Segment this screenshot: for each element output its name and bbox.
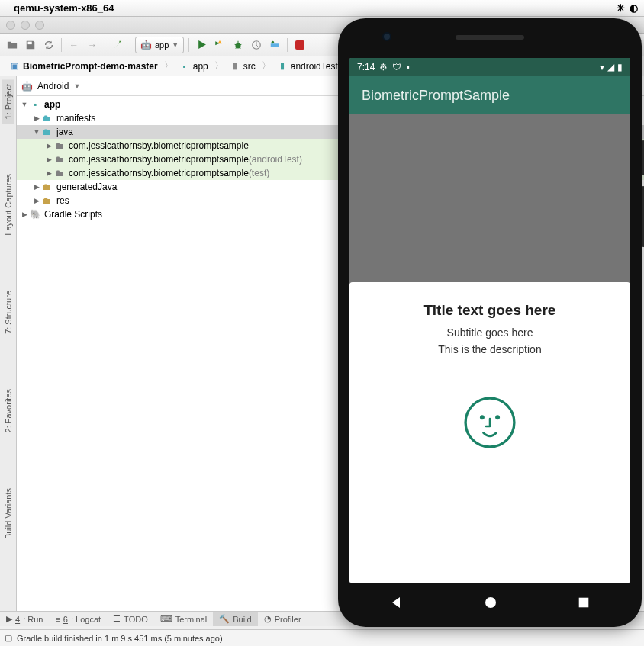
minimize-window-icon[interactable] xyxy=(21,21,30,30)
left-tool-gutter: 1: Project Layout Captures 7: Structure … xyxy=(0,76,17,626)
svg-rect-9 xyxy=(579,598,589,608)
project-icon: ▣ xyxy=(9,61,20,72)
crumb-label: androidTest xyxy=(291,61,338,72)
run-button[interactable] xyxy=(194,37,209,53)
svg-point-7 xyxy=(495,415,500,419)
status-time: 7:14 xyxy=(357,62,375,72)
biometric-prompt-dialog: Title text goes here Subtitle goes here … xyxy=(349,282,630,583)
zoom-window-icon[interactable] xyxy=(35,21,44,30)
crumb-label: app xyxy=(193,61,208,72)
stop-button[interactable] xyxy=(292,37,308,53)
dialog-title: Title text goes here xyxy=(424,302,556,319)
crumb-src[interactable]: ▮ src xyxy=(225,59,260,73)
tool-tab-favorites[interactable]: 2: Favorites xyxy=(2,384,14,437)
tool-tab-structure[interactable]: 7: Structure xyxy=(2,286,14,339)
android-nav-bar xyxy=(349,586,630,619)
dialog-subtitle: Subtitle goes here xyxy=(447,326,533,339)
tool-tab-project[interactable]: 1: Project xyxy=(2,79,14,124)
chevron-right-icon: 〉 xyxy=(262,59,271,72)
chevron-right-icon: 〉 xyxy=(164,59,173,72)
android-icon: 🤖 xyxy=(140,40,152,50)
app-icon: ▪ xyxy=(406,62,409,72)
status-bar: ▢ Gradle build finished in 1 m 9 s 451 m… xyxy=(0,629,644,646)
folder-icon: ▮ xyxy=(230,61,240,72)
nav-home-button[interactable] xyxy=(483,595,498,610)
status-text: Gradle build finished in 1 m 9 s 451 ms … xyxy=(17,634,223,643)
build-icon[interactable] xyxy=(110,37,125,53)
device-speaker xyxy=(456,35,524,40)
svg-point-4 xyxy=(272,40,275,43)
app-title: BiometricPromptSample xyxy=(362,88,510,104)
run-config-label: app xyxy=(155,40,169,50)
tool-tab-build-variants[interactable]: Build Variants xyxy=(2,484,14,544)
svg-rect-3 xyxy=(271,43,279,47)
status-icon: ▢ xyxy=(5,633,12,643)
tab-profiler[interactable]: ◔ Profiler xyxy=(258,612,308,626)
apply-changes-icon[interactable] xyxy=(212,37,227,53)
app-menu-title[interactable]: qemu-system-x86_64 xyxy=(14,2,114,14)
debug-button[interactable] xyxy=(230,37,246,53)
macos-menubar: qemu-system-x86_64 ✳︎ ◐ xyxy=(0,0,644,17)
svg-rect-0 xyxy=(28,41,32,44)
crumb-label: src xyxy=(243,61,256,72)
open-icon[interactable] xyxy=(5,37,20,53)
emulator-device-frame: 7:14 ⚙ 🛡 ▪ ▾ ◢ ▮ BiometricPromptSample T… xyxy=(338,18,642,627)
undo-icon[interactable]: ← xyxy=(66,37,82,53)
tab-logcat[interactable]: ≡ 6: Logcat xyxy=(49,612,107,626)
chevron-down-icon[interactable]: ▼ xyxy=(73,82,80,90)
svg-point-6 xyxy=(480,415,485,419)
module-icon: ▪ xyxy=(179,61,190,72)
tab-todo[interactable]: ☰ TODO xyxy=(107,612,154,626)
shield-icon: 🛡 xyxy=(392,62,401,72)
app-toolbar: BiometricPromptSample xyxy=(349,76,630,114)
crumb-app[interactable]: ▪ app xyxy=(175,59,213,73)
menubar-extra-icon[interactable]: ✳︎ xyxy=(617,2,625,14)
tab-run[interactable]: ▶ 4: Run xyxy=(0,612,49,626)
profile-icon[interactable] xyxy=(249,37,264,53)
signal-icon: ◢ xyxy=(607,62,614,72)
chevron-down-icon: ▼ xyxy=(172,41,179,49)
dialog-description: This is the description xyxy=(438,343,541,355)
android-icon: 🤖 xyxy=(21,81,33,92)
device-screen[interactable]: 7:14 ⚙ 🛡 ▪ ▾ ◢ ▮ BiometricPromptSample T… xyxy=(349,58,630,583)
battery-icon: ▮ xyxy=(617,62,623,72)
tool-tab-captures[interactable]: Layout Captures xyxy=(2,169,14,240)
run-config-selector[interactable]: 🤖 app ▼ xyxy=(135,37,184,53)
nav-back-button[interactable] xyxy=(389,595,404,610)
nav-recent-button[interactable] xyxy=(577,596,591,609)
save-icon[interactable] xyxy=(23,37,38,53)
app-content: Title text goes here Subtitle goes here … xyxy=(349,114,630,583)
wifi-icon: ▾ xyxy=(600,62,604,72)
sync-icon[interactable] xyxy=(41,37,56,53)
close-window-icon[interactable] xyxy=(6,21,15,30)
tab-terminal[interactable]: ⌨ Terminal xyxy=(154,612,214,626)
android-status-bar: 7:14 ⚙ 🛡 ▪ ▾ ◢ ▮ xyxy=(349,58,630,76)
svg-point-8 xyxy=(485,597,496,608)
gear-icon: ⚙ xyxy=(379,62,388,72)
crumb-label: BiometricPrompt-demo-master xyxy=(23,61,158,72)
crumb-androidtest[interactable]: ▮ androidTest xyxy=(272,59,343,73)
tab-build[interactable]: 🔨 Build xyxy=(213,612,257,626)
menubar-extra-icon[interactable]: ◐ xyxy=(630,2,638,14)
device-camera xyxy=(382,32,391,41)
redo-icon[interactable]: → xyxy=(85,37,100,53)
chevron-right-icon: 〉 xyxy=(214,59,224,72)
project-view-mode[interactable]: Android xyxy=(37,81,69,92)
face-icon xyxy=(458,390,522,455)
attach-debugger-icon[interactable] xyxy=(267,37,282,53)
folder-icon: ▮ xyxy=(277,61,288,72)
crumb-root[interactable]: ▣ BiometricPrompt-demo-master xyxy=(5,59,163,73)
